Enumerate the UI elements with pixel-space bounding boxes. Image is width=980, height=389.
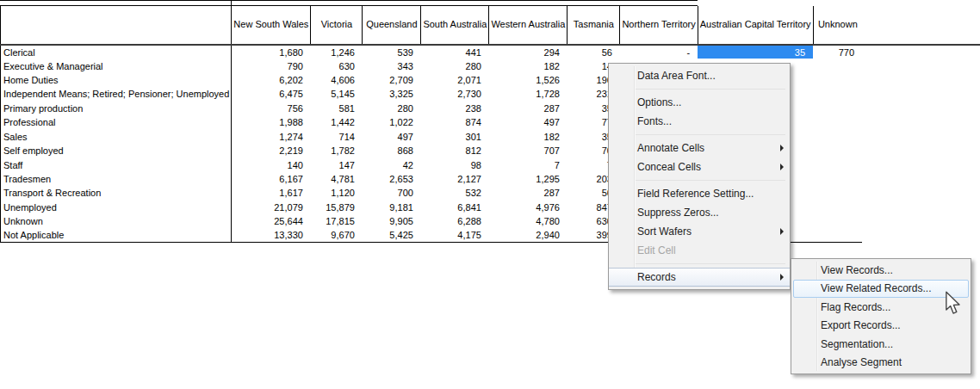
selected-cell[interactable]: 35	[698, 45, 813, 59]
row-label[interactable]: Primary production	[1, 102, 232, 115]
data-cell[interactable]: 1,680	[232, 45, 311, 59]
data-cell[interactable]: 294	[489, 45, 568, 59]
menu-item-field-reference-setting[interactable]: Field Reference Setting...	[609, 184, 790, 203]
data-cell[interactable]: 4,175	[421, 228, 489, 242]
data-cell[interactable]: 497	[489, 115, 568, 129]
menu-item-view-related-records[interactable]: View Related Records...	[793, 280, 969, 299]
data-cell[interactable]: 182	[489, 130, 568, 144]
menu-item-data-area-font[interactable]: Data Area Font...	[609, 66, 790, 85]
data-cell[interactable]	[813, 144, 862, 157]
data-cell[interactable]: 497	[363, 130, 421, 144]
menu-item-analyse-segment[interactable]: Analyse Segment	[791, 354, 971, 373]
column-header-unknown[interactable]: Unknown	[813, 6, 862, 45]
data-cell[interactable]: 15,879	[311, 201, 363, 214]
data-cell[interactable]: 5,145	[311, 87, 363, 101]
column-header-western-australia[interactable]: Western Australia	[489, 6, 568, 45]
data-cell[interactable]: 700	[363, 186, 421, 200]
data-cell[interactable]: 6,167	[232, 172, 311, 186]
data-cell[interactable]: 2,127	[421, 172, 489, 186]
row-label[interactable]: Staff	[1, 157, 232, 171]
menu-item-suppress-zeros[interactable]: Suppress Zeros...	[609, 203, 790, 222]
data-cell[interactable]: 7	[489, 157, 568, 171]
data-cell[interactable]	[813, 186, 862, 200]
data-cell[interactable]: -	[620, 45, 698, 59]
row-label[interactable]: Professional	[1, 115, 232, 129]
data-cell[interactable]: 343	[363, 59, 421, 72]
data-cell[interactable]: 25,644	[232, 214, 311, 228]
data-cell[interactable]: 6,288	[421, 214, 489, 228]
menu-item-sort-wafers[interactable]: Sort Wafers	[609, 222, 790, 241]
data-cell[interactable]: 1,295	[489, 172, 568, 186]
column-header-australian-capital-territory[interactable]: Australian Capital Territory	[698, 6, 813, 45]
row-label[interactable]: Tradesmen	[1, 172, 232, 186]
data-cell[interactable]	[813, 115, 862, 129]
row-label[interactable]: Clerical	[1, 45, 232, 59]
data-cell[interactable]: 2,653	[363, 172, 421, 186]
column-header-queensland[interactable]: Queensland	[363, 6, 421, 45]
data-cell[interactable]: 182	[489, 59, 568, 72]
column-header-northern-territory[interactable]: Northern Territory	[620, 6, 698, 45]
data-cell[interactable]: 874	[421, 115, 489, 129]
row-label[interactable]: Independent Means; Retired; Pensioner; U…	[1, 87, 232, 101]
data-cell[interactable]: 2,730	[421, 87, 489, 101]
data-cell[interactable]: 238	[421, 102, 489, 115]
data-cell[interactable]: 56	[568, 45, 620, 59]
menu-item-flag-records[interactable]: Flag Records...	[791, 298, 971, 317]
data-cell[interactable]: 2,071	[421, 73, 489, 87]
data-cell[interactable]: 3,325	[363, 87, 421, 101]
menu-item-annotate-cells[interactable]: Annotate Cells	[609, 139, 790, 157]
menu-item-fonts[interactable]: Fonts...	[609, 112, 790, 131]
column-header-tasmania[interactable]: Tasmania	[568, 6, 620, 45]
data-cell[interactable]: 532	[421, 186, 489, 200]
data-cell[interactable]: 1,246	[311, 45, 363, 59]
data-cell[interactable]: 301	[421, 130, 489, 144]
corner-cell[interactable]	[1, 6, 232, 45]
data-cell[interactable]: 1,988	[232, 115, 311, 129]
data-cell[interactable]	[813, 102, 862, 115]
data-cell[interactable]	[813, 172, 862, 186]
data-cell[interactable]: 2,219	[232, 144, 311, 157]
data-cell[interactable]: 1,274	[232, 130, 311, 144]
data-cell[interactable]: 17,815	[311, 214, 363, 228]
data-cell[interactable]: 790	[232, 59, 311, 72]
data-cell[interactable]: 1,617	[232, 186, 311, 200]
row-label[interactable]: Self employed	[1, 144, 232, 157]
data-cell[interactable]: 581	[311, 102, 363, 115]
row-label[interactable]: Unknown	[1, 214, 232, 228]
data-cell[interactable]	[813, 228, 862, 242]
data-cell[interactable]	[813, 87, 862, 101]
data-cell[interactable]: 287	[489, 102, 568, 115]
data-cell[interactable]: 9,905	[363, 214, 421, 228]
data-cell[interactable]: 1,782	[311, 144, 363, 157]
menu-item-view-records[interactable]: View Records...	[791, 261, 971, 280]
data-cell[interactable]: 1,728	[489, 87, 568, 101]
data-cell[interactable]: 539	[363, 45, 421, 59]
data-cell[interactable]: 2,940	[489, 228, 568, 242]
data-cell[interactable]: 714	[311, 130, 363, 144]
menu-item-conceal-cells[interactable]: Conceal Cells	[609, 157, 790, 176]
data-cell[interactable]: 42	[363, 157, 421, 171]
column-header-south-australia[interactable]: South Australia	[421, 6, 489, 45]
data-cell[interactable]: 6,841	[421, 201, 489, 214]
data-cell[interactable]: 21,079	[232, 201, 311, 214]
data-cell[interactable]: 6,475	[232, 87, 311, 101]
data-cell[interactable]	[813, 201, 862, 214]
row-label[interactable]: Unemployed	[1, 201, 232, 214]
data-cell[interactable]: 1,526	[489, 73, 568, 87]
row-label[interactable]: Home Duties	[1, 73, 232, 87]
menu-item-segmentation[interactable]: Segmentation...	[791, 335, 971, 354]
data-cell[interactable]: 147	[311, 157, 363, 171]
data-cell[interactable]: 98	[421, 157, 489, 171]
data-cell[interactable]: 280	[421, 59, 489, 72]
column-header-new-south-wales[interactable]: New South Wales	[232, 6, 311, 45]
data-cell[interactable]: 868	[363, 144, 421, 157]
data-cell[interactable]: 770	[813, 45, 862, 59]
row-label[interactable]: Transport & Recreation	[1, 186, 232, 200]
data-cell[interactable]: 9,181	[363, 201, 421, 214]
data-cell[interactable]: 4,976	[489, 201, 568, 214]
row-label[interactable]: Sales	[1, 130, 232, 144]
data-cell[interactable]: 287	[489, 186, 568, 200]
data-cell[interactable]	[813, 130, 862, 144]
data-cell[interactable]: 4,781	[311, 172, 363, 186]
data-cell[interactable]	[813, 59, 862, 72]
